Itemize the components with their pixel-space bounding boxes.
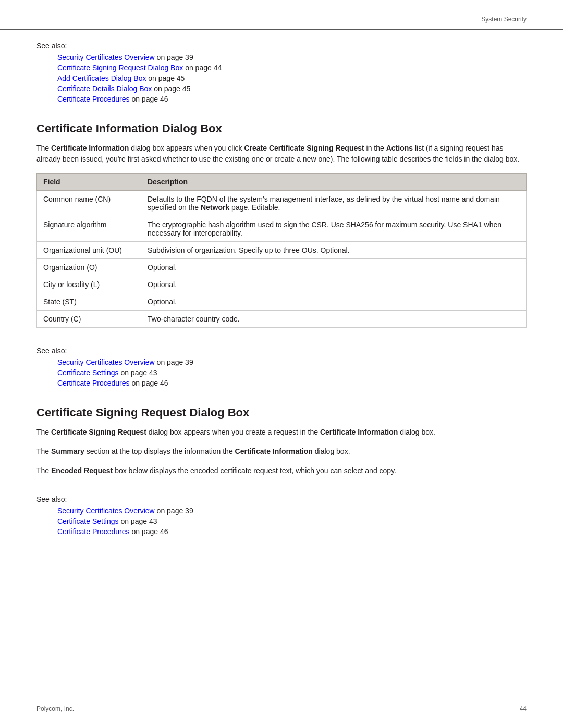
page-header: System Security <box>481 16 527 23</box>
cert-signing-body3: The Encoded Request box below displays t… <box>36 465 527 476</box>
table-header-row: Field Description <box>37 174 527 191</box>
link-security-certs-overview-1[interactable]: Security Certificates Overview <box>57 53 155 61</box>
page-container: System Security See also: Security Certi… <box>0 0 563 728</box>
page-number: 44 <box>520 705 527 712</box>
link-cert-signing-request-dialog[interactable]: Certificate Signing Request Dialog Box <box>57 64 183 72</box>
bold-csr: Certificate Signing Request <box>51 428 146 436</box>
list-item: Certificate Procedures on page 46 <box>57 95 527 103</box>
cert-signing-section: Certificate Signing Request Dialog Box T… <box>36 406 527 476</box>
bold-create-csr: Create Certificate Signing Request <box>244 144 364 152</box>
desc-common-name: Defaults to the FQDN of the system's man… <box>141 191 527 216</box>
col-header-description: Description <box>141 174 527 191</box>
cert-info-body1: The Certificate Information dialog box a… <box>36 143 527 165</box>
content-area: See also: Security Certificates Overview… <box>36 0 527 536</box>
desc-org: Optional. <box>141 259 527 276</box>
company-name: Polycom, Inc. <box>36 705 74 712</box>
cert-info-title: Certificate Information Dialog Box <box>36 122 527 135</box>
top-see-also-label: See also: <box>36 42 527 50</box>
top-rule <box>0 29 563 30</box>
link-security-certs-overview-2[interactable]: Security Certificates Overview <box>57 358 155 366</box>
bold-actions: Actions <box>386 144 413 152</box>
list-item: Security Certificates Overview on page 3… <box>57 358 527 366</box>
list-item: Certificate Settings on page 43 <box>57 368 527 377</box>
field-country: Country (C) <box>37 311 141 328</box>
field-common-name: Common name (CN) <box>37 191 141 216</box>
table-row: Common name (CN) Defaults to the FQDN of… <box>37 191 527 216</box>
list-item: Security Certificates Overview on page 3… <box>57 53 527 61</box>
link-cert-procedures-1[interactable]: Certificate Procedures <box>57 95 130 103</box>
field-org-unit: Organizational unit (OU) <box>37 242 141 259</box>
list-item: Certificate Procedures on page 46 <box>57 379 527 387</box>
link-cert-procedures-2[interactable]: Certificate Procedures <box>57 379 130 387</box>
cert-signing-body2: The Summary section at the top displays … <box>36 446 527 457</box>
table-row: Organization (O) Optional. <box>37 259 527 276</box>
col-header-field: Field <box>37 174 141 191</box>
desc-country: Two-character country code. <box>141 311 527 328</box>
link-cert-settings-1[interactable]: Certificate Settings <box>57 368 119 377</box>
top-see-also-list: Security Certificates Overview on page 3… <box>57 53 527 103</box>
bold-cert-info-3: Certificate Information <box>235 447 313 455</box>
field-org: Organization (O) <box>37 259 141 276</box>
link-add-certs-dialog[interactable]: Add Certificates Dialog Box <box>57 74 146 82</box>
link-cert-procedures-3[interactable]: Certificate Procedures <box>57 527 130 536</box>
table-row: City or locality (L) Optional. <box>37 276 527 293</box>
list-item: Certificate Details Dialog Box on page 4… <box>57 84 527 93</box>
page-footer: Polycom, Inc. 44 <box>36 705 527 712</box>
cert-signing-body1: The Certificate Signing Request dialog b… <box>36 427 527 438</box>
list-item: Certificate Procedures on page 46 <box>57 527 527 536</box>
link-cert-settings-2[interactable]: Certificate Settings <box>57 517 119 525</box>
mid-see-also-block: See also: Security Certificates Overview… <box>36 347 527 387</box>
field-sig-algorithm: Signature algorithm <box>37 216 141 242</box>
cert-info-table: Field Description Common name (CN) Defau… <box>36 173 527 328</box>
bold-network: Network <box>201 203 229 212</box>
table-row: Signature algorithm The cryptographic ha… <box>37 216 527 242</box>
top-see-also-block: See also: Security Certificates Overview… <box>36 42 527 103</box>
field-state: State (ST) <box>37 293 141 311</box>
table-row: State (ST) Optional. <box>37 293 527 311</box>
field-city: City or locality (L) <box>37 276 141 293</box>
link-security-certs-overview-3[interactable]: Security Certificates Overview <box>57 507 155 515</box>
desc-state: Optional. <box>141 293 527 311</box>
bottom-see-also-block: See also: Security Certificates Overview… <box>36 495 527 536</box>
chapter-title: System Security <box>481 16 527 23</box>
list-item: Certificate Signing Request Dialog Box o… <box>57 64 527 72</box>
link-cert-details-dialog[interactable]: Certificate Details Dialog Box <box>57 84 152 93</box>
bottom-see-also-label: See also: <box>36 495 527 503</box>
list-item: Security Certificates Overview on page 3… <box>57 507 527 515</box>
desc-org-unit: Subdivision of organization. Specify up … <box>141 242 527 259</box>
cert-signing-title: Certificate Signing Request Dialog Box <box>36 406 527 419</box>
table-row: Organizational unit (OU) Subdivision of … <box>37 242 527 259</box>
mid-see-also-label: See also: <box>36 347 527 355</box>
list-item: Add Certificates Dialog Box on page 45 <box>57 74 527 82</box>
bottom-see-also-list: Security Certificates Overview on page 3… <box>57 507 527 536</box>
bold-cert-info-2: Certificate Information <box>320 428 398 436</box>
bold-cert-info: Certificate Information <box>51 144 129 152</box>
mid-see-also-list: Security Certificates Overview on page 3… <box>57 358 527 387</box>
desc-city: Optional. <box>141 276 527 293</box>
table-row: Country (C) Two-character country code. <box>37 311 527 328</box>
cert-info-section: Certificate Information Dialog Box The C… <box>36 122 527 328</box>
bold-summary: Summary <box>51 447 84 455</box>
list-item: Certificate Settings on page 43 <box>57 517 527 525</box>
bold-encoded-request: Encoded Request <box>51 466 113 475</box>
desc-sig-algorithm: The cryptographic hash algorithm used to… <box>141 216 527 242</box>
